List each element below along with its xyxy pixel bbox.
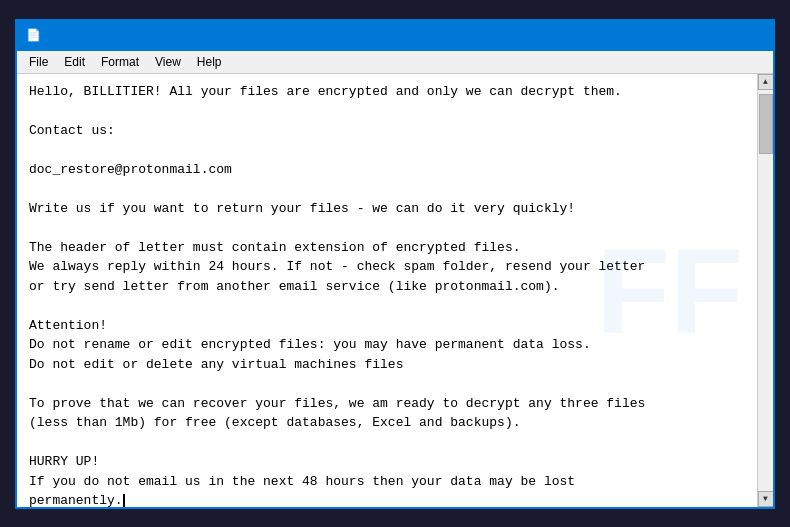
text-cursor <box>123 494 125 507</box>
content-area: FF Hello, BILLITIER! All your files are … <box>17 74 773 507</box>
menu-bar: FileEditFormatViewHelp <box>17 51 773 74</box>
minimize-button[interactable] <box>683 26 709 46</box>
menu-item-edit[interactable]: Edit <box>56 53 93 71</box>
app-icon: 📄 <box>25 28 41 44</box>
title-bar-left: 📄 <box>25 28 47 44</box>
scrollbar-track[interactable] <box>758 90 773 491</box>
notepad-window: 📄 FileEditFormatViewHelp FF Hello, BILLI… <box>15 19 775 509</box>
menu-item-file[interactable]: File <box>21 53 56 71</box>
menu-item-format[interactable]: Format <box>93 53 147 71</box>
window-controls <box>683 26 765 46</box>
text-editor[interactable]: Hello, BILLITIER! All your files are enc… <box>17 74 757 507</box>
scrollbar[interactable]: ▲ ▼ <box>757 74 773 507</box>
menu-item-view[interactable]: View <box>147 53 189 71</box>
title-bar: 📄 <box>17 21 773 51</box>
close-button[interactable] <box>739 26 765 46</box>
maximize-button[interactable] <box>711 26 737 46</box>
scrollbar-thumb[interactable] <box>759 94 773 154</box>
scroll-down-button[interactable]: ▼ <box>758 491 774 507</box>
scroll-up-button[interactable]: ▲ <box>758 74 774 90</box>
menu-item-help[interactable]: Help <box>189 53 230 71</box>
